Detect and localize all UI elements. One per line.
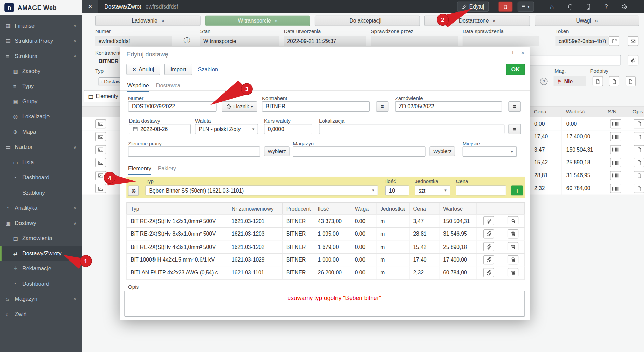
sidebar-item-mapa[interactable]: ⊕Mapa (0, 124, 82, 139)
zlecenie-wybierz-button[interactable]: Wybierz (264, 146, 290, 156)
barcode-button[interactable] (610, 184, 621, 193)
delete-element-button[interactable] (508, 216, 518, 225)
signature-doc-button-2[interactable] (609, 76, 619, 86)
delete-button[interactable] (498, 2, 512, 12)
more-menu-button[interactable]: ≡▾ (518, 2, 534, 12)
link-element-button[interactable] (483, 268, 494, 277)
sidebar-item-dashboard-nadzor[interactable]: ◔Dashboard (0, 170, 82, 185)
workflow-stage-ladowanie[interactable]: Ładowanie» (95, 16, 201, 26)
link-element-button[interactable] (483, 242, 494, 251)
magazyn-input[interactable] (293, 146, 425, 157)
image-button[interactable] (95, 119, 106, 128)
signature-doc-button-3[interactable] (626, 76, 636, 86)
sidebar-item-struktura-pracy[interactable]: ▤Struktura Pracy∧ (0, 33, 82, 48)
zlecenie-pracy-input[interactable] (128, 146, 260, 157)
mobile-app-button[interactable] (584, 3, 592, 10)
opis-doc-button[interactable] (634, 132, 644, 141)
cena-input[interactable] (456, 185, 506, 195)
miejsce-select[interactable]: ▾ (463, 146, 517, 157)
signature-doc-button-1[interactable] (593, 76, 603, 86)
barcode-button[interactable] (610, 171, 621, 180)
barcode-button[interactable] (610, 119, 621, 128)
sidebar-item-zamowienia[interactable]: ▤Zamówienia (0, 231, 82, 246)
edit-button[interactable]: Edytuj (457, 2, 489, 12)
tab-elementy-background[interactable]: ▤Elementy (84, 90, 123, 102)
delete-element-button[interactable] (508, 242, 518, 251)
sidebar-item-struktura[interactable]: ≡Struktura∨ (0, 48, 82, 64)
sidebar-item-reklamacje[interactable]: ⚠Reklamacje (0, 261, 82, 276)
sidebar-item-dostawy-zwroty[interactable]: ⇄Dostawy/Zwroty (0, 246, 82, 261)
help-button[interactable]: ? (602, 3, 610, 10)
image-button[interactable] (95, 171, 106, 180)
barcode-button[interactable] (610, 145, 621, 154)
sidebar-item-dostawy[interactable]: ▣Dostawy∨ (0, 215, 82, 230)
import-button[interactable]: Import (164, 64, 192, 75)
home-button[interactable]: ⌂ (548, 3, 556, 10)
opis-doc-button[interactable] (634, 184, 644, 193)
sidebar-item-finanse[interactable]: ▦Finanse∧ (0, 18, 82, 33)
settings-button[interactable] (620, 3, 628, 10)
sidebar-item-nadzor[interactable]: ▭Nadzór∨ (0, 140, 82, 155)
attachment-button[interactable] (628, 55, 638, 65)
link-element-button[interactable] (483, 216, 494, 225)
sidebar-item-lokalizacje[interactable]: ◎Lokalizacje (0, 109, 82, 124)
notifications-button[interactable] (566, 3, 574, 10)
zamowienie-picker-button[interactable]: ≡ (508, 101, 521, 112)
sidebar-item-dashboard-dostawy[interactable]: ◔Dashboard (0, 276, 82, 291)
modal-close-button[interactable]: × (521, 50, 524, 56)
cancel-button[interactable]: ×Anuluj (126, 64, 160, 75)
workflow-stage-dostarczone[interactable]: Dostarczone» (424, 16, 530, 26)
opis-doc-button[interactable] (634, 145, 644, 154)
sidebar-item-magazyn[interactable]: ⌂Magazyn∧ (0, 292, 82, 307)
sidebar-item-lista[interactable]: ▭Lista (0, 155, 82, 170)
kurs-waluty-input[interactable]: 0,0000 (264, 124, 312, 134)
delete-element-button[interactable] (508, 255, 518, 264)
help-circle-icon[interactable]: ? (540, 78, 548, 85)
kontrahent-input[interactable]: BITNER (262, 101, 370, 112)
add-type-button[interactable]: + Dostaw (99, 77, 122, 86)
link-element-button[interactable] (483, 255, 494, 264)
template-link[interactable]: Szablon (198, 67, 218, 73)
add-element-button[interactable]: + (511, 185, 523, 195)
subtab-elementy[interactable]: Elementy (128, 165, 151, 175)
image-button[interactable] (95, 158, 106, 167)
counter-button[interactable]: Licznik▾ (222, 101, 257, 112)
sidebar-item-grupy[interactable]: ▦Grupy (0, 94, 82, 109)
sidebar-item-zasoby[interactable]: ▥Zasoby (0, 64, 82, 79)
zamowienie-input[interactable]: ZD 02/05/2022 (395, 101, 502, 112)
workflow-stage-uwagi[interactable]: Uwagi» (535, 16, 639, 26)
close-record-button[interactable]: × (82, 0, 98, 13)
info-icon[interactable]: ⓘ (183, 37, 190, 45)
sidebar-item-analityka[interactable]: ◔Analityka∧ (0, 200, 82, 215)
open-token-link-button[interactable] (609, 36, 619, 46)
link-element-button[interactable] (483, 229, 494, 238)
opis-textarea[interactable]: usuwamy typ ogólny "Bęben bitner" (124, 291, 525, 317)
sidebar-item-typy[interactable]: ≡Typy (0, 79, 82, 94)
expand-add-button[interactable]: ⊕ (128, 185, 139, 196)
modal-detach-button[interactable]: + (511, 50, 515, 56)
delete-element-button[interactable] (508, 229, 518, 238)
magazyn-wybierz-button[interactable]: Wybierz (430, 146, 455, 156)
kontrahent-picker-button[interactable]: ≡ (376, 101, 388, 112)
jednostka-select[interactable]: szt▾ (415, 185, 450, 195)
image-button[interactable] (95, 184, 106, 193)
lokalizacja-picker-button[interactable]: ≡ (508, 124, 521, 134)
numer-input[interactable]: DOST/002/9/2022 (128, 101, 216, 112)
barcode-button[interactable] (610, 158, 621, 167)
tab-dostawca[interactable]: Dostawca (156, 83, 180, 91)
waluta-select[interactable]: PLN - polski Złoty▾ (195, 124, 258, 134)
opis-doc-button[interactable] (634, 158, 644, 167)
image-button[interactable] (95, 132, 106, 141)
sidebar-item-zwin[interactable]: ‹Zwiń (0, 307, 82, 322)
opis-doc-button[interactable] (634, 171, 644, 180)
image-button[interactable] (95, 145, 106, 154)
lokalizacja-input[interactable] (319, 124, 504, 134)
barcode-button[interactable] (610, 132, 621, 141)
ok-button[interactable]: OK (506, 64, 525, 75)
workflow-stage-do-akceptacji[interactable]: Do akceptacji (315, 16, 420, 26)
opis-doc-button[interactable] (634, 119, 644, 128)
ilosc-input[interactable]: 10 (385, 185, 409, 195)
sidebar-item-szablony[interactable]: ≡Szablony (0, 185, 82, 200)
workflow-stage-w-transporcie[interactable]: W transporcie» (205, 16, 310, 26)
send-email-button[interactable] (628, 36, 638, 46)
